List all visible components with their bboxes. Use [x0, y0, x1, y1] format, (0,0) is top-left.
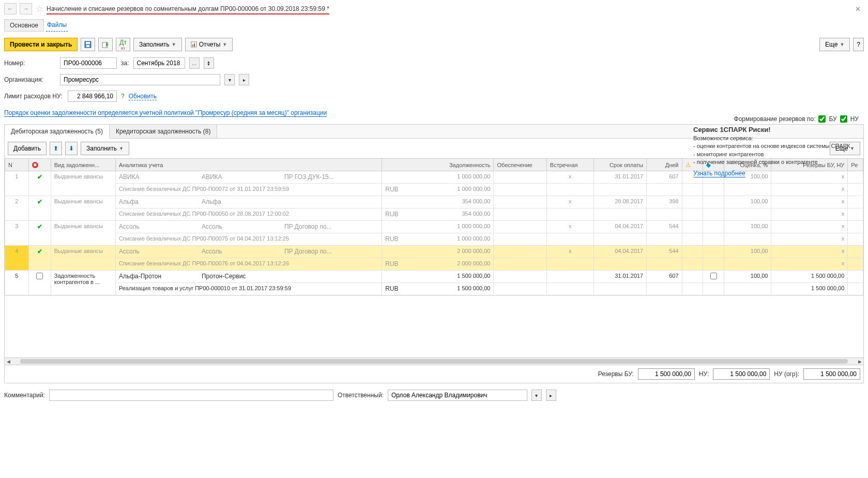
table-row[interactable]: 4 ✔ Выданные авансы АссольАссольПР Догов…	[5, 246, 863, 258]
cell-doc: Списание безналичных ДС ПР00-П00075 от 0…	[115, 233, 382, 246]
table-row[interactable]: 5 Задолженность контрагентов в ... Альфа…	[5, 271, 863, 283]
bu-checkbox[interactable]	[818, 115, 826, 123]
limit-field[interactable]	[68, 91, 117, 102]
reports-button[interactable]: Отчеты ▼	[185, 38, 233, 51]
period-select-button[interactable]: …	[189, 57, 200, 69]
cell-spark[interactable]	[703, 221, 724, 233]
total-bu-field[interactable]	[638, 368, 695, 380]
fill-rows-button[interactable]: Заполнить ▼	[81, 142, 129, 155]
table-row[interactable]: 2 ✔ Выданные авансы АльфаАльфа 354 000,0…	[5, 196, 863, 208]
row-checkbox[interactable]	[36, 273, 43, 279]
total-nu-label: НУ:	[699, 370, 709, 378]
tab-creditors[interactable]: Кредиторская задолженность (8)	[110, 125, 217, 138]
tab-debitors[interactable]: Дебиторская задолженность (5)	[5, 125, 110, 139]
policy-link[interactable]: Порядок оценки задолженности определяетс…	[4, 109, 327, 117]
move-up-button[interactable]: ⬆	[50, 142, 62, 155]
nu-label: НУ	[850, 115, 859, 123]
cell-analytics: АВИКААВИКАПР ГОЗ ДУК-15...	[115, 171, 382, 184]
table-row[interactable]: 3 ✔ Выданные авансы АссольАссольПР Догов…	[5, 221, 863, 233]
cell-spark[interactable]	[703, 196, 724, 208]
favorite-star-icon[interactable]: ☆	[35, 3, 43, 14]
svg-rect-5	[192, 44, 193, 47]
spark-checkbox[interactable]	[710, 273, 717, 279]
cell-estimate: 100,00	[724, 196, 771, 208]
nav-tab-files[interactable]: Файлы	[46, 19, 68, 32]
cell-counter	[546, 271, 593, 283]
cell-re	[848, 221, 863, 233]
move-down-button[interactable]: ⬇	[65, 142, 78, 155]
nu-checkbox[interactable]	[840, 115, 847, 123]
cell-check[interactable]	[28, 271, 51, 295]
col-counter[interactable]: Встречная	[546, 159, 593, 171]
cell-days: 607	[647, 171, 682, 184]
refresh-link[interactable]: Обновить	[129, 93, 157, 100]
cell-spark[interactable]	[703, 246, 724, 258]
total-nuo-field[interactable]	[803, 368, 860, 380]
floppy-icon	[84, 41, 92, 48]
comment-field[interactable]	[49, 390, 333, 401]
responsible-dropdown-button[interactable]: ▾	[531, 390, 542, 401]
table-row-sub[interactable]: Списание безналичных ДС ПР00-П00072 от 3…	[5, 184, 863, 196]
help-button[interactable]: ?	[853, 38, 864, 51]
comment-label: Комментарий:	[4, 392, 45, 399]
cell-type: Задолженность контрагентов в ...	[51, 271, 115, 295]
cell-date: 04.04.2017	[593, 246, 646, 258]
cell-check[interactable]: ✔	[28, 171, 51, 196]
service-sub: Возможности сервиса:	[693, 135, 859, 142]
nav-back-button[interactable]: ←	[4, 3, 17, 14]
nav-forward-button[interactable]: →	[20, 3, 32, 14]
save-button[interactable]	[81, 38, 95, 51]
nav-tab-main[interactable]: Основное	[4, 19, 44, 32]
dtkt-button[interactable]: ДтКт	[116, 38, 130, 51]
responsible-label: Ответственный:	[338, 392, 384, 399]
add-row-button[interactable]: Добавить	[8, 142, 47, 155]
org-field[interactable]	[60, 74, 220, 85]
cell-check[interactable]: ✔	[28, 196, 51, 221]
cell-counter: x	[546, 196, 593, 208]
cell-days: 607	[647, 271, 682, 283]
org-open-button[interactable]: ▸	[239, 74, 249, 85]
table-row-sub[interactable]: Реализация товаров и услуг ПР00-000010 о…	[5, 283, 863, 295]
col-debt[interactable]: Задолженность	[382, 159, 494, 171]
post-button[interactable]	[98, 38, 113, 51]
limit-help-icon[interactable]: ?	[121, 93, 125, 100]
post-and-close-button[interactable]: Провести и закрыть	[4, 38, 78, 51]
table-row-sub[interactable]: Списание безналичных ДС ПР00-П00050 от 2…	[5, 208, 863, 221]
more-button[interactable]: Еще ▼	[819, 38, 850, 51]
close-icon[interactable]: ✕	[852, 5, 864, 13]
cell-spark[interactable]	[703, 271, 724, 283]
col-exclude[interactable]: ✖	[28, 159, 51, 171]
col-analytics[interactable]: Аналитика учета	[115, 159, 382, 171]
cell-estimate: 100,00	[724, 246, 771, 258]
col-n[interactable]: N	[5, 159, 29, 171]
total-nu-field[interactable]	[713, 368, 770, 380]
table-row-sub[interactable]: Списание безналичных ДС ПР00-П00075 от 0…	[5, 233, 863, 246]
cell-date: 04.04.2017	[593, 221, 646, 233]
cell-check[interactable]: ✔	[28, 246, 51, 271]
service-more-link[interactable]: Узнать подробнее	[693, 170, 745, 177]
cell-amount: 1 000 000,00	[382, 221, 494, 233]
cell-currency: RUB354 000,00	[382, 208, 494, 221]
cell-warning	[682, 271, 703, 283]
bu-label: БУ	[829, 115, 836, 123]
cell-amount: 2 000 000,00	[382, 246, 494, 258]
col-type[interactable]: Вид задолженн...	[51, 159, 115, 171]
number-label: Номер:	[4, 59, 56, 67]
debt-table: N ✖ Вид задолженн... Аналитика учета Зад…	[5, 158, 863, 295]
col-date[interactable]: Срок оплаты	[593, 159, 646, 171]
horizontal-scrollbar[interactable]: ◀ ▶	[5, 357, 863, 365]
responsible-open-button[interactable]: ▸	[546, 390, 556, 401]
org-dropdown-button[interactable]: ▾	[224, 74, 235, 85]
cell-check[interactable]: ✔	[28, 221, 51, 246]
col-security[interactable]: Обеспечение	[494, 159, 546, 171]
period-field[interactable]	[133, 57, 185, 69]
cell-amount: 1 000 000,00	[382, 171, 494, 184]
responsible-field[interactable]	[388, 390, 527, 401]
cell-analytics: АссольАссольПР Договор по...	[115, 221, 382, 233]
col-days[interactable]: Дней	[647, 159, 682, 171]
cell-reserve2: 1 500 000,00	[771, 283, 848, 295]
number-field[interactable]	[60, 57, 117, 69]
period-spinner-button[interactable]: ▲▼	[204, 57, 214, 69]
fill-button[interactable]: Заполнить ▼	[133, 38, 182, 51]
table-row-sub[interactable]: Списание безналичных ДС ПР00-П00076 от 0…	[5, 258, 863, 271]
